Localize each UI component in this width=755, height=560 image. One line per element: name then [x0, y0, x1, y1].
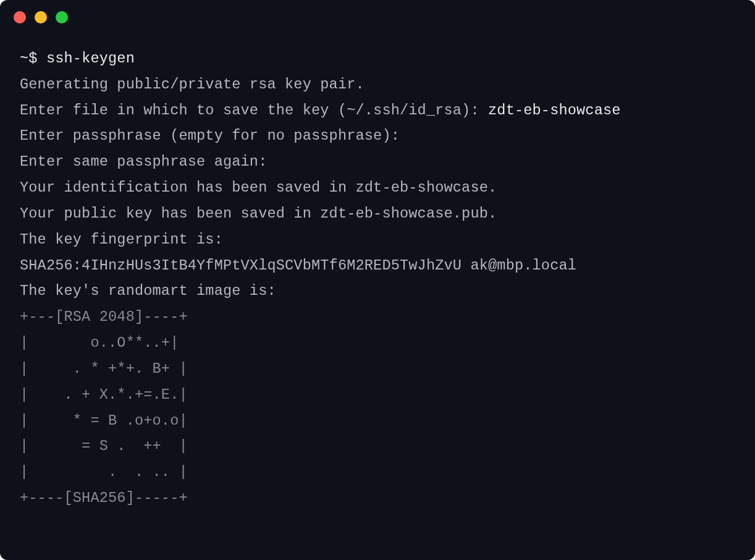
fingerprint-line: SHA256:4IHnzHUs3ItB4YfMPtVXlqSCVbMTf6M2R…	[20, 257, 576, 274]
maximize-icon[interactable]	[56, 11, 68, 23]
randomart-line: | * = B .o+o.o|	[20, 412, 188, 429]
output-line: Enter same passphrase again:	[20, 153, 267, 170]
minimize-icon[interactable]	[35, 11, 47, 23]
output-line: Your public key has been saved in zdt-eb…	[20, 205, 497, 222]
randomart-line: +---[RSA 2048]----+	[20, 308, 188, 325]
randomart-line: +----[SHA256]-----+	[20, 490, 188, 506]
terminal-window: ~$ ssh-keygen Generating public/private …	[0, 0, 755, 560]
prompt-line: ~$ ssh-keygen	[20, 50, 135, 67]
window-titlebar	[0, 0, 755, 30]
terminal-body[interactable]: ~$ ssh-keygen Generating public/private …	[0, 30, 755, 536]
output-line: Enter passphrase (empty for no passphras…	[20, 127, 400, 144]
randomart-line: | . + X.*.+=.E.|	[20, 386, 188, 403]
output-line: The key's randomart image is:	[20, 282, 276, 299]
output-line: Generating public/private rsa key pair.	[20, 76, 365, 93]
file-name-input: zdt-eb-showcase	[488, 102, 621, 119]
command-text: ssh-keygen	[46, 50, 135, 67]
randomart-line: | . * +*+. B+ |	[20, 360, 188, 377]
output-line: The key fingerprint is:	[20, 231, 223, 248]
output-line: Your identification has been saved in zd…	[20, 179, 497, 196]
randomart-line: | = S . ++ |	[20, 438, 188, 454]
prompt-symbol: ~$	[20, 50, 38, 67]
randomart-line: | . . .. |	[20, 464, 188, 480]
close-icon[interactable]	[14, 11, 26, 23]
randomart-line: | o..O**..+|	[20, 334, 179, 351]
file-prompt-prefix: Enter file in which to save the key (~/.…	[20, 102, 488, 119]
output-line: Enter file in which to save the key (~/.…	[20, 102, 621, 119]
